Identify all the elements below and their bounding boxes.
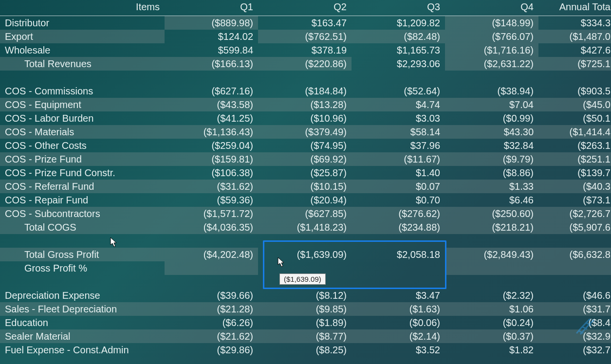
- cell-value[interactable]: ($0.37): [445, 329, 538, 343]
- cell-value[interactable]: ($6,632.8: [538, 248, 611, 261]
- cell-value[interactable]: ($20.94): [258, 193, 352, 207]
- cell-value[interactable]: ($627.16): [165, 84, 258, 98]
- cell-value[interactable]: ($25.87): [258, 166, 352, 180]
- cell-value[interactable]: ($2.32): [445, 289, 538, 302]
- cell-value[interactable]: ($2,631.22): [445, 57, 538, 71]
- cell-value[interactable]: ($1,418.23): [258, 220, 352, 234]
- cell-value[interactable]: $1,209.82: [352, 16, 445, 30]
- cell-value[interactable]: ($43.58): [165, 98, 258, 111]
- cell-value[interactable]: ($6.26): [165, 316, 258, 329]
- cell-value[interactable]: ($29.86): [165, 343, 258, 357]
- cell-value[interactable]: ($74.95): [258, 139, 352, 152]
- table-row[interactable]: COS - Materials($1,136.43)($379.49)$58.1…: [0, 125, 611, 139]
- cell-value[interactable]: ($21.62): [165, 329, 258, 343]
- cell-value[interactable]: ($1.63): [352, 302, 445, 316]
- cell-value[interactable]: $1.33: [445, 180, 538, 193]
- table-row[interactable]: COS - Other Costs($259.04)($74.95)$37.96…: [0, 139, 611, 152]
- col-q1[interactable]: Q1: [165, 0, 258, 16]
- cell-value[interactable]: $124.02: [165, 30, 258, 43]
- row-label[interactable]: COS - Subcontractors: [0, 207, 165, 220]
- cell-value[interactable]: ($0.99): [445, 111, 538, 125]
- cell-value[interactable]: ($8.12): [258, 289, 352, 302]
- table-row[interactable]: Total COGS($4,036.35)($1,418.23)($234.88…: [0, 220, 611, 234]
- cell-value[interactable]: ($725.1: [538, 57, 611, 71]
- cell-value[interactable]: ($11.67): [352, 152, 445, 166]
- cell-value[interactable]: $7.04: [445, 98, 538, 111]
- cell-value[interactable]: $43.30: [445, 125, 538, 139]
- row-label[interactable]: COS - Other Costs: [0, 139, 165, 152]
- cell-value[interactable]: [165, 261, 258, 275]
- cell-value[interactable]: ($31.62): [165, 180, 258, 193]
- cell-value[interactable]: ($1,136.43): [165, 125, 258, 139]
- cell-value[interactable]: $3.03: [352, 111, 445, 125]
- cell-value[interactable]: ($2,849.43): [445, 248, 538, 261]
- cell-value[interactable]: ($0.06): [352, 316, 445, 329]
- cell-value[interactable]: ($1,716.16): [445, 43, 538, 57]
- cell-value[interactable]: ($8.77): [258, 329, 352, 343]
- cell-value[interactable]: ($2.14): [352, 329, 445, 343]
- table-row[interactable]: COS - Referral Fund($31.62)($10.15)$0.07…: [0, 180, 611, 193]
- cell-value[interactable]: ($8.25): [258, 343, 352, 357]
- cell-value[interactable]: [352, 261, 445, 275]
- cell-value[interactable]: ($82.48): [352, 30, 445, 43]
- cell-value[interactable]: ($13.28): [258, 98, 352, 111]
- row-label[interactable]: Fuel Expense - Const.Admin: [0, 343, 165, 357]
- row-label[interactable]: Sealer Material: [0, 329, 165, 343]
- cell-value[interactable]: ($31.7: [538, 302, 611, 316]
- cell-value[interactable]: $6.46: [445, 193, 538, 207]
- cell-value[interactable]: ($766.07): [445, 30, 538, 43]
- cell-value[interactable]: ($46.6: [538, 289, 611, 302]
- cell-value[interactable]: ($379.49): [258, 125, 352, 139]
- cell-value[interactable]: ($73.1: [538, 193, 611, 207]
- table-row[interactable]: Sales - Fleet Depreciation($21.28)($9.85…: [0, 302, 611, 316]
- row-label[interactable]: COS - Labor Burden: [0, 111, 165, 125]
- cell-value[interactable]: ($9.79): [445, 152, 538, 166]
- row-label[interactable]: COS - Equipment: [0, 98, 165, 111]
- cell-value[interactable]: ($1,487.0: [538, 30, 611, 43]
- cell-value[interactable]: ($45.0: [538, 98, 611, 111]
- cell-value[interactable]: ($1.89): [258, 316, 352, 329]
- cell-value[interactable]: $427.6: [538, 43, 611, 57]
- cell-value[interactable]: ($0.24): [445, 316, 538, 329]
- cell-value[interactable]: ($2,726.7: [538, 207, 611, 220]
- row-label[interactable]: Export: [0, 30, 165, 43]
- cell-value[interactable]: ($4,036.35): [165, 220, 258, 234]
- table-row[interactable]: Total Revenues($166.13)($220.86)$2,293.0…: [0, 57, 611, 71]
- cell-value[interactable]: $0.70: [352, 193, 445, 207]
- cell-value[interactable]: ($4,202.48): [165, 248, 258, 261]
- table-row[interactable]: COS - Repair Fund($59.36)($20.94)$0.70$6…: [0, 193, 611, 207]
- table-row[interactable]: Fuel Expense - Const.Admin($29.86)($8.25…: [0, 343, 611, 357]
- table-row[interactable]: Gross Profit %: [0, 261, 611, 275]
- cell-value[interactable]: [258, 261, 352, 275]
- cell-value[interactable]: [538, 261, 611, 275]
- cell-value[interactable]: ($40.3: [538, 180, 611, 193]
- cell-value[interactable]: $378.19: [258, 43, 352, 57]
- cell-value[interactable]: ($166.13): [165, 57, 258, 71]
- row-label[interactable]: Total Revenues: [0, 57, 165, 71]
- cell-value[interactable]: ($8.4: [538, 316, 611, 329]
- row-label[interactable]: Depreciation Expense: [0, 289, 165, 302]
- table-row[interactable]: COS - Subcontractors($1,571.72)($627.85)…: [0, 207, 611, 220]
- cell-value[interactable]: ($41.25): [165, 111, 258, 125]
- cell-value[interactable]: ($52.64): [352, 84, 445, 98]
- cell-value[interactable]: [445, 261, 538, 275]
- row-label[interactable]: COS - Materials: [0, 125, 165, 139]
- table-row[interactable]: Total Gross Profit($4,202.48)($1,639.09)…: [0, 248, 611, 261]
- cell-value[interactable]: ($8.86): [445, 166, 538, 180]
- row-label[interactable]: Distributor: [0, 16, 165, 30]
- table-row[interactable]: COS - Labor Burden($41.25)($10.96)$3.03(…: [0, 111, 611, 125]
- cell-value[interactable]: $163.47: [258, 16, 352, 30]
- cell-value[interactable]: $58.14: [352, 125, 445, 139]
- cell-value[interactable]: ($32.9: [538, 329, 611, 343]
- col-items[interactable]: Items: [0, 0, 165, 16]
- row-label[interactable]: Total COGS: [0, 220, 165, 234]
- cell-value[interactable]: $599.84: [165, 43, 258, 57]
- cell-value[interactable]: ($10.96): [258, 111, 352, 125]
- cell-value[interactable]: $1.82: [445, 343, 538, 357]
- cell-value[interactable]: ($218.21): [445, 220, 538, 234]
- cell-value[interactable]: $1.40: [352, 166, 445, 180]
- table-row[interactable]: Education($6.26)($1.89)($0.06)($0.24)($8…: [0, 316, 611, 329]
- cell-value[interactable]: ($106.38): [165, 166, 258, 180]
- row-label[interactable]: Gross Profit %: [0, 261, 165, 275]
- table-row[interactable]: COS - Commissions($627.16)($184.84)($52.…: [0, 84, 611, 98]
